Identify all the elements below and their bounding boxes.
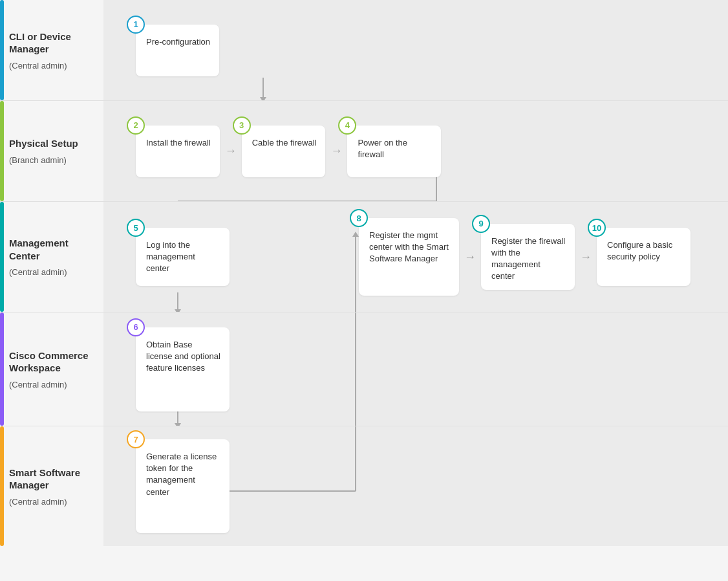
cisco-title: Cisco Commerce Workspace [9, 349, 96, 375]
cisco-sub: (Central admin) [9, 380, 96, 389]
arrow-8-9: → [459, 250, 481, 264]
row-content-cli: 1 Pre-configuration [103, 0, 728, 100]
label-bar-cisco [0, 312, 4, 426]
step-2-number: 2 [127, 116, 145, 135]
step-7-number: 7 [127, 430, 145, 448]
label-bar-smart [0, 426, 4, 546]
row-cisco: Cisco Commerce Workspace (Central admin)… [0, 312, 728, 426]
step-5-text: Log into the management center [146, 239, 220, 275]
physical-sub: (Branch admin) [9, 155, 96, 165]
row-content-mgmt: 5 Log into the management center 8 Regis… [103, 202, 728, 312]
step-8-number: 8 [350, 209, 368, 227]
svg-marker-7 [175, 309, 181, 312]
arrow-2-3: → [220, 144, 242, 158]
cli-title: CLI or Device Manager [9, 30, 96, 56]
diagram-container: CLI or Device Manager (Central admin) 1 … [0, 0, 728, 546]
step-6-text: Obtain Base license and optional feature… [146, 339, 220, 375]
mgmt-sub: (Central admin) [9, 267, 96, 277]
physical-title: Physical Setup [9, 137, 96, 150]
step-4-number: 4 [338, 116, 356, 135]
step-10-text: Configure a basic security policy [607, 239, 681, 263]
step-10-box: 10 Configure a basic security policy [597, 228, 691, 286]
row-content-physical: 2 Install the firewall → 3 Cable the fir… [103, 101, 728, 201]
step-9-number: 9 [472, 215, 490, 233]
row-label-smart: Smart Software Manager (Central admin) [0, 426, 103, 546]
label-bar-physical [0, 101, 4, 201]
row-label-cli: CLI or Device Manager (Central admin) [0, 0, 103, 100]
step-6-number: 6 [127, 318, 145, 336]
step-3-text: Cable the firewall [252, 137, 317, 149]
cli-sub: (Central admin) [9, 61, 96, 71]
row-cli: CLI or Device Manager (Central admin) 1 … [0, 0, 728, 101]
step-3-number: 3 [233, 116, 251, 135]
step-2-box: 2 Install the firewall [136, 126, 220, 177]
step-1-box: 1 Pre-configuration [136, 25, 219, 76]
row-label-physical: Physical Setup (Branch admin) [0, 101, 103, 201]
step-1-number: 1 [127, 16, 145, 34]
row-content-smart: 7 Generate a license token for the manag… [103, 426, 728, 546]
svg-marker-1 [260, 97, 266, 100]
step-10-number: 10 [588, 219, 606, 237]
step-7-box: 7 Generate a license token for the manag… [136, 439, 230, 533]
step-1-text: Pre-configuration [146, 36, 210, 48]
step-2-text: Install the firewall [146, 137, 211, 149]
step-8-box: 8 Register the mgmt center with the Smar… [359, 218, 459, 296]
smart-title: Smart Software Manager [9, 466, 96, 492]
step-4-box: 4 Power on the firewall [347, 126, 441, 177]
row-physical: Physical Setup (Branch admin) 2 Install … [0, 101, 728, 202]
step-8-text: Register the mgmt center with the Smart … [369, 230, 450, 265]
step-3-box: 3 Cable the firewall [242, 126, 326, 177]
row-label-cisco: Cisco Commerce Workspace (Central admin) [0, 312, 103, 426]
step-4-text: Power on the firewall [358, 137, 432, 160]
step-7-text: Generate a license token for the managem… [146, 451, 220, 498]
step-5-number: 5 [127, 219, 145, 237]
row-content-cisco: 6 Obtain Base license and optional featu… [103, 312, 728, 426]
step-6-box: 6 Obtain Base license and optional featu… [136, 327, 230, 411]
step-5-box: 5 Log into the management center [136, 228, 230, 286]
step-9-box: 9 Register the firewall with the managem… [481, 224, 575, 290]
row-mgmt: Management Center (Central admin) 5 Log … [0, 202, 728, 312]
svg-row1-connector [207, 0, 336, 100]
svg-marker-11 [175, 423, 181, 426]
row-label-mgmt: Management Center (Central admin) [0, 202, 103, 312]
label-bar-cli [0, 0, 4, 100]
row-smart: Smart Software Manager (Central admin) 7… [0, 426, 728, 546]
step-9-text: Register the firewall with the managemen… [491, 236, 566, 283]
mgmt-title: Management Center [9, 237, 96, 262]
smart-sub: (Central admin) [9, 497, 96, 507]
arrow-3-4: → [325, 144, 347, 158]
label-bar-mgmt [0, 202, 4, 312]
arrow-9-10: → [575, 250, 597, 264]
